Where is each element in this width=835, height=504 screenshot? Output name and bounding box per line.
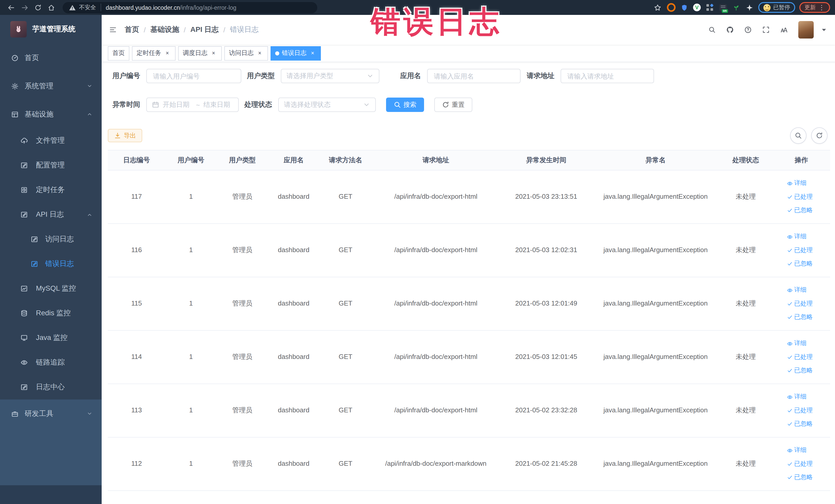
toggle-search-button[interactable] [790, 127, 807, 144]
cell-user_type: 管理员 [217, 192, 268, 202]
download-icon [114, 132, 121, 139]
sidebar-item-错误日志[interactable]: 错误日志 [0, 251, 102, 276]
request-url-input[interactable] [561, 69, 654, 83]
sidebar-item-文件管理[interactable]: 文件管理 [0, 128, 102, 153]
github-icon[interactable] [727, 26, 734, 33]
export-button[interactable]: 导出 [108, 129, 142, 142]
sidebar-item-API 日志[interactable]: API 日志 [0, 202, 102, 227]
sidebar-item-配置管理[interactable]: 配置管理 [0, 153, 102, 178]
action-已处理[interactable]: 已处理 [787, 353, 813, 362]
sidebar-item-首页[interactable]: 首页 [0, 44, 102, 72]
exception-time-range-picker[interactable]: 开始日期 ~ 结束日期 [146, 98, 239, 112]
tab-错误日志[interactable]: 错误日志× [270, 46, 321, 60]
tab-定时任务[interactable]: 定时任务× [132, 46, 176, 60]
action-详细[interactable]: 详细 [787, 446, 807, 455]
close-tab-icon[interactable]: × [164, 49, 171, 57]
user-type-select[interactable]: 请选择用户类型 [281, 69, 380, 83]
extension-orange-icon[interactable] [666, 3, 676, 12]
breadcrumb-item[interactable]: API 日志 [190, 25, 219, 35]
action-详细[interactable]: 详细 [787, 339, 807, 348]
action-详细[interactable]: 详细 [787, 179, 807, 188]
header-search-icon[interactable] [709, 26, 716, 33]
refresh-icon [442, 101, 449, 108]
browser-home-button[interactable] [45, 1, 58, 14]
site-security-indicator[interactable]: 不安全 [69, 4, 101, 11]
expand-icon [762, 26, 770, 33]
extensions-puzzle-icon[interactable] [745, 3, 754, 12]
browser-extensions-area: V on 已暂停 更新 ⋮ [653, 2, 830, 13]
extension-switch-icon[interactable]: on [718, 3, 728, 12]
action-已处理[interactable]: 已处理 [787, 299, 813, 308]
extension-v-icon[interactable]: V [693, 4, 701, 11]
sidebar-item-链路追踪[interactable]: 链路追踪 [0, 350, 102, 375]
process-status-select[interactable]: 请选择处理状态 [278, 98, 376, 112]
action-已忽略[interactable]: 已忽略 [787, 420, 813, 428]
browser-reload-button[interactable] [32, 1, 44, 14]
browser-back-button[interactable] [5, 1, 18, 14]
cell-status: 未处理 [719, 299, 773, 309]
tab-调度日志[interactable]: 调度日志× [178, 46, 222, 60]
eye-icon [787, 234, 793, 240]
download-icon [114, 132, 121, 139]
action-详细[interactable]: 详细 [787, 233, 807, 241]
sidebar-item-定时任务[interactable]: 定时任务 [0, 178, 102, 202]
sidebar-item-系统管理[interactable]: 系统管理 [0, 72, 102, 100]
close-tab-icon[interactable]: × [309, 49, 316, 57]
action-详细[interactable]: 详细 [787, 286, 807, 295]
extension-plant-icon[interactable] [732, 3, 741, 12]
bookmark-star-icon[interactable] [653, 3, 662, 12]
browser-menu-icon[interactable]: ⋮ [818, 4, 825, 11]
browser-update-chip[interactable]: 更新 ⋮ [799, 2, 830, 13]
action-已忽略[interactable]: 已忽略 [787, 366, 813, 375]
user-avatar[interactable] [798, 21, 814, 39]
eye-icon [787, 287, 793, 293]
shield-icon [681, 4, 688, 11]
table-row: 1131管理员dashboardGET/api/infra/db-doc/exp… [108, 384, 830, 438]
check-icon [787, 461, 793, 467]
cell-id: 113 [108, 406, 165, 416]
refresh-table-button[interactable] [811, 127, 828, 144]
extension-shield-icon[interactable] [680, 3, 689, 12]
search-button[interactable]: 搜索 [386, 98, 424, 112]
action-已忽略[interactable]: 已忽略 [787, 313, 813, 322]
breadcrumb-item[interactable]: 基础设施 [150, 25, 179, 35]
action-已处理[interactable]: 已处理 [787, 406, 813, 415]
action-已忽略[interactable]: 已忽略 [787, 473, 813, 482]
app-logo-row[interactable]: 芋道管理系统 [0, 15, 102, 44]
tab-首页[interactable]: 首页 [108, 46, 129, 60]
sidebar-toggle-icon[interactable] [109, 26, 117, 33]
user-menu-caret-icon[interactable] [820, 26, 828, 33]
user-id-input[interactable] [146, 69, 241, 83]
sidebar-item-研发工具[interactable]: 研发工具 [0, 400, 102, 428]
font-size-icon[interactable] [780, 26, 788, 33]
app-title: 芋道管理系统 [32, 25, 76, 34]
sidebar-item-日志中心[interactable]: 日志中心 [0, 375, 102, 400]
sidebar-item-Java 监控[interactable]: Java 监控 [0, 326, 102, 350]
action-已处理[interactable]: 已处理 [787, 460, 813, 468]
app-name-input[interactable] [427, 69, 521, 83]
close-tab-icon[interactable]: × [256, 49, 263, 57]
close-tab-icon[interactable]: × [210, 49, 217, 57]
breadcrumb-item[interactable]: 首页 [125, 25, 139, 35]
sidebar-item-基础设施[interactable]: 基础设施 [0, 100, 102, 128]
help-icon[interactable] [745, 26, 752, 33]
cell-actions: 详细已处理已忽略 [773, 286, 830, 322]
sidebar-item-Redis 监控[interactable]: Redis 监控 [0, 301, 102, 326]
chev-up-icon [87, 212, 93, 218]
address-bar[interactable]: 不安全 dashboard.yudao.iocoder.cn/infra/log… [63, 2, 317, 13]
action-已处理[interactable]: 已处理 [787, 246, 813, 255]
table-toolbar: 导出 [108, 127, 830, 144]
fullscreen-icon[interactable] [762, 26, 770, 33]
action-已忽略[interactable]: 已忽略 [787, 206, 813, 215]
extension-grid-icon[interactable] [705, 3, 714, 12]
tab-访问日志[interactable]: 访问日志× [224, 46, 268, 60]
sidebar-item-访问日志[interactable]: 访问日志 [0, 227, 102, 251]
profile-paused-chip[interactable]: 已暂停 [758, 2, 795, 13]
action-已忽略[interactable]: 已忽略 [787, 259, 813, 268]
browser-forward-button[interactable] [19, 1, 31, 14]
sidebar-item-MySQL 监控[interactable]: MySQL 监控 [0, 276, 102, 301]
action-已处理[interactable]: 已处理 [787, 193, 813, 202]
sidebar: 芋道管理系统 首页系统管理基础设施文件管理配置管理定时任务API 日志访问日志错… [0, 15, 102, 504]
reset-button[interactable]: 重置 [434, 98, 472, 112]
action-详细[interactable]: 详细 [787, 392, 807, 402]
